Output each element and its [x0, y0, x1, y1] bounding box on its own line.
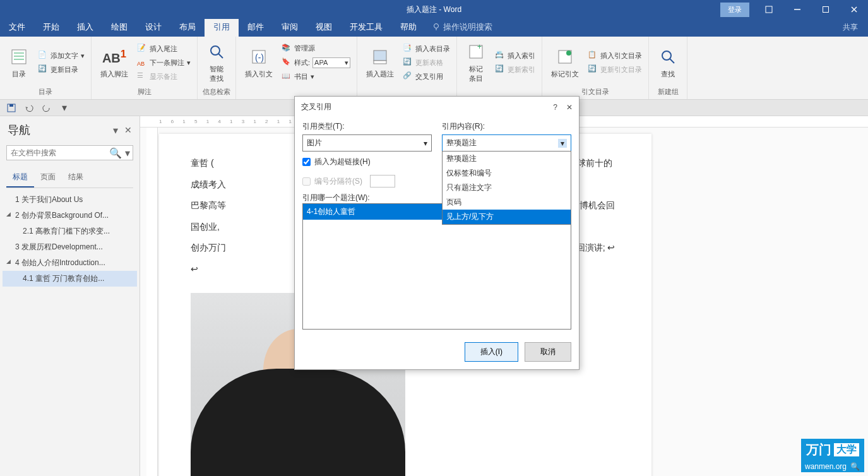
tof-icon: 📑	[403, 44, 413, 54]
search-icon	[206, 42, 227, 62]
dialog-close-icon[interactable]: ✕	[566, 103, 573, 112]
save-icon[interactable]	[5, 102, 18, 114]
next-footnote-button[interactable]: AB下一条脚注 ▾	[136, 56, 192, 69]
update-toa-button[interactable]: 🔄更新引文目录	[586, 63, 643, 76]
nav-heading-item[interactable]: 3 发展历程Development...	[3, 239, 137, 255]
dropdown-option[interactable]: 整项题注	[443, 152, 571, 166]
insert-button[interactable]: 插入(I)	[465, 342, 518, 362]
expand-caret-icon[interactable]: ◢	[6, 258, 11, 265]
help-icon[interactable]: ?	[553, 103, 557, 112]
ref-content-dropdown: 整项题注仅标签和编号只有题注文字页码见上方/见下方	[442, 151, 571, 225]
dropdown-option[interactable]: 见上方/见下方	[443, 210, 571, 224]
cross-reference-button[interactable]: 🔗交叉引用	[401, 70, 451, 83]
find-button[interactable]: 查找	[654, 39, 682, 86]
nav-search-input[interactable]	[7, 146, 109, 160]
find-icon	[658, 47, 678, 67]
minimize-icon[interactable]	[783, 0, 811, 19]
svg-text:(-): (-)	[255, 52, 264, 62]
tab-开发工具[interactable]: 开发工具	[341, 18, 391, 37]
update-toc-button[interactable]: 🔄更新目录	[37, 63, 86, 76]
bibliography-button[interactable]: 📖书目 ▾	[280, 71, 352, 83]
nav-heading-item[interactable]: 1 关于我们About Us	[3, 192, 137, 208]
insert-table-of-figures-button[interactable]: 📑插入表目录	[401, 42, 451, 55]
show-notes-icon: ☰	[137, 71, 147, 81]
mark-citation-button[interactable]: 标记引文	[547, 39, 583, 86]
nav-heading-item[interactable]: 2.1 高教育门槛下的求变...	[3, 223, 137, 239]
chevron-down-icon: ▾	[424, 139, 427, 148]
tab-设计[interactable]: 设计	[136, 18, 170, 37]
smart-lookup-button[interactable]: 智能 查找	[203, 39, 230, 86]
search-icon: 🔍	[850, 462, 860, 471]
title-bar: 插入题注 - Word 登录	[0, 0, 868, 19]
share-button[interactable]: 共享	[839, 18, 862, 37]
insert-index-button[interactable]: 📇插入索引	[494, 49, 537, 62]
insert-caption-button[interactable]: 插入题注	[362, 39, 398, 86]
vertical-ruler[interactable]	[146, 128, 158, 476]
ribbon-options-icon[interactable]	[754, 0, 783, 19]
nav-tab-页面[interactable]: 页面	[34, 168, 62, 187]
endnote-icon: 📝	[137, 44, 147, 54]
tab-绘图[interactable]: 绘图	[102, 18, 136, 37]
style-select[interactable]: 🔖样式:APA▾	[280, 56, 352, 69]
nav-heading-item[interactable]: ◢4 创始人介绍Introduction...	[3, 255, 137, 271]
separator-input	[370, 175, 395, 187]
tab-插入[interactable]: 插入	[68, 18, 102, 37]
nav-close-icon[interactable]: ✕	[124, 125, 132, 135]
insert-hyperlink-checkbox[interactable]: 插入为超链接(H)	[302, 154, 432, 170]
manage-sources-button[interactable]: 📚管理源	[280, 42, 352, 55]
update-index-button[interactable]: 🔄更新索引	[494, 63, 537, 76]
ref-type-select[interactable]: 图片 ▾	[302, 134, 432, 152]
insert-endnote-button[interactable]: 📝插入尾注	[136, 42, 192, 55]
mark-entry-icon: +	[466, 42, 486, 62]
tab-审阅[interactable]: 审阅	[273, 18, 307, 37]
menu-tabs: 文件开始插入绘图设计布局引用邮件审阅视图开发工具帮助 操作说明搜索 共享	[0, 19, 868, 37]
update-table-button[interactable]: 🔄更新表格	[401, 56, 451, 69]
nav-search[interactable]: 🔍 ▾	[6, 145, 133, 160]
redo-icon[interactable]	[40, 102, 53, 114]
group-label: 新建组	[654, 86, 682, 98]
search-dropdown-icon[interactable]: ▾	[122, 146, 133, 160]
nav-heading-item[interactable]: ◢2 创办背景Background Of...	[3, 208, 137, 223]
tell-me-search[interactable]: 操作说明搜索	[425, 18, 499, 37]
login-button[interactable]: 登录	[720, 3, 749, 17]
nav-tab-标题[interactable]: 标题	[6, 168, 34, 187]
dropdown-option[interactable]: 只有题注文字	[443, 181, 571, 195]
tab-布局[interactable]: 布局	[170, 18, 205, 37]
toc-button[interactable]: 目录	[5, 39, 33, 86]
ref-type-label: 引用类型(T):	[302, 121, 432, 132]
show-notes-button[interactable]: ☰显示备注	[136, 70, 192, 83]
close-icon[interactable]	[840, 0, 868, 19]
expand-caret-icon[interactable]: ◢	[6, 211, 11, 217]
nav-heading-item[interactable]: 4.1 童哲 万门教育创始...	[3, 271, 137, 287]
citation-icon: (-)	[249, 47, 269, 67]
insert-citation-button[interactable]: (-) 插入引文	[241, 39, 276, 86]
undo-icon[interactable]	[23, 102, 35, 114]
ref-content-select[interactable]: 整项题注 ▾ 整项题注仅标签和编号只有题注文字页码见上方/见下方	[442, 134, 571, 152]
update-table-icon: 🔄	[403, 57, 413, 68]
maximize-icon[interactable]	[811, 0, 840, 19]
cancel-button[interactable]: 取消	[525, 342, 571, 362]
tab-开始[interactable]: 开始	[34, 18, 68, 37]
qat-more-icon[interactable]: ▾	[58, 102, 71, 114]
insert-footnote-button[interactable]: AB1 插入脚注	[97, 39, 132, 86]
insert-toa-button[interactable]: 📋插入引文目录	[586, 49, 643, 62]
nav-dropdown-icon[interactable]: ▾	[113, 124, 118, 136]
tab-文件[interactable]: 文件	[0, 18, 34, 37]
nav-title: 导航	[8, 122, 30, 138]
mark-entry-button[interactable]: + 标记 条目	[462, 39, 490, 86]
update-toa-icon: 🔄	[588, 64, 598, 74]
svg-point-11	[211, 46, 220, 55]
tab-帮助[interactable]: 帮助	[391, 18, 425, 37]
nav-tab-结果[interactable]: 结果	[62, 168, 90, 187]
index-icon: 📇	[495, 51, 505, 61]
tab-视图[interactable]: 视图	[307, 18, 341, 37]
add-text-button[interactable]: 📄添加文字 ▾	[37, 49, 86, 62]
style-icon: 🔖	[282, 57, 292, 68]
tab-邮件[interactable]: 邮件	[239, 18, 273, 37]
search-icon[interactable]: 🔍	[109, 146, 122, 160]
caption-icon	[370, 47, 390, 67]
tab-引用[interactable]: 引用	[205, 18, 239, 37]
svg-point-5	[434, 24, 439, 28]
dropdown-option[interactable]: 页码	[443, 195, 571, 210]
dropdown-option[interactable]: 仅标签和编号	[443, 166, 571, 181]
